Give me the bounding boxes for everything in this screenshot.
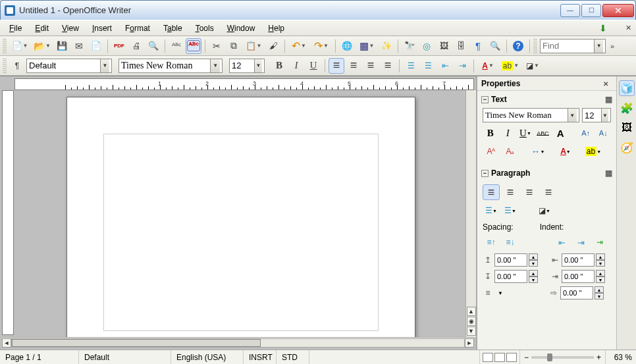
- tab-navigator[interactable]: [619, 140, 635, 155]
- minimize-button[interactable]: [560, 4, 580, 17]
- step-up[interactable]: ▲: [595, 286, 604, 293]
- number-list-button[interactable]: [403, 58, 419, 74]
- align-center-button[interactable]: [346, 58, 361, 74]
- dropdown-button[interactable]: ▼: [601, 109, 608, 122]
- horizontal-scrollbar[interactable]: ◄ ►: [2, 337, 474, 348]
- status-page[interactable]: Page 1 / 1: [0, 350, 79, 364]
- increase-font-button[interactable]: [578, 125, 594, 141]
- cut-button[interactable]: [209, 38, 225, 54]
- increase-indent-button[interactable]: [572, 234, 589, 250]
- zoom-button[interactable]: [487, 38, 503, 54]
- spacing-below-input[interactable]: [494, 270, 527, 283]
- email-button[interactable]: [71, 38, 87, 54]
- increase-spacing-button[interactable]: ≡↑: [483, 234, 500, 250]
- font-color-button[interactable]: ▼: [557, 143, 574, 159]
- find-toolbar-field[interactable]: ▼: [540, 39, 606, 53]
- font-name-select[interactable]: ▼: [119, 59, 223, 73]
- bg-color-button[interactable]: ▼: [536, 203, 553, 219]
- menu-help[interactable]: Help: [263, 22, 290, 35]
- paragraph-style-select[interactable]: ▼: [26, 59, 112, 73]
- line-spacing-field[interactable]: ≡▼: [483, 286, 506, 299]
- align-right-button[interactable]: [363, 58, 379, 74]
- increase-indent-button[interactable]: [454, 58, 470, 74]
- download-icon[interactable]: [598, 23, 608, 34]
- gallery-button[interactable]: [436, 38, 452, 54]
- highlight-button[interactable]: ▼: [500, 58, 521, 74]
- toolbar-grip[interactable]: [3, 39, 7, 53]
- redo-button[interactable]: ▼: [311, 38, 332, 54]
- tab-styles[interactable]: [619, 100, 635, 116]
- menu-tools[interactable]: Tools: [190, 22, 219, 35]
- align-left-button[interactable]: [483, 184, 500, 200]
- scroll-left-button[interactable]: ◄: [2, 338, 11, 348]
- superscript-button[interactable]: [483, 143, 500, 159]
- dropdown-button[interactable]: ▼: [100, 59, 109, 72]
- maximize-button[interactable]: [581, 4, 601, 17]
- undo-button[interactable]: ▼: [288, 38, 309, 54]
- help-button[interactable]: [510, 38, 526, 54]
- save-button[interactable]: [54, 38, 70, 54]
- status-style[interactable]: Default: [79, 350, 171, 364]
- collapse-toggle[interactable]: [481, 170, 489, 177]
- number-list-button[interactable]: ▼: [502, 203, 519, 219]
- table-button[interactable]: ▼: [356, 38, 377, 54]
- next-page-button[interactable]: ▼: [467, 326, 476, 336]
- menu-format[interactable]: Format: [120, 22, 155, 35]
- highlight-button[interactable]: ▼: [585, 143, 602, 159]
- step-up[interactable]: ▲: [529, 253, 538, 260]
- tab-gallery[interactable]: [619, 120, 635, 136]
- align-right-button[interactable]: [521, 184, 538, 200]
- menu-edit[interactable]: Edit: [30, 22, 54, 35]
- font-size-input[interactable]: [232, 61, 254, 70]
- zoom-out-icon[interactable]: −: [524, 353, 529, 362]
- decrease-indent-button[interactable]: [437, 58, 453, 74]
- menu-window[interactable]: Window: [222, 22, 261, 35]
- indent-first-input[interactable]: [560, 286, 593, 299]
- find-dropdown-button[interactable]: ▼: [594, 39, 603, 53]
- underline-button[interactable]: ▼: [517, 125, 533, 141]
- section-more-icon[interactable]: ▦: [605, 169, 612, 178]
- menu-file[interactable]: File: [4, 22, 27, 35]
- decrease-font-button[interactable]: [595, 125, 611, 141]
- indent-first-field[interactable]: ⇨▲▼: [548, 286, 604, 299]
- zoom-track[interactable]: [531, 356, 594, 359]
- datasources-button[interactable]: [453, 38, 469, 54]
- document-area[interactable]: [14, 90, 465, 337]
- hanging-indent-button[interactable]: ⇥: [591, 234, 608, 250]
- align-center-button[interactable]: [502, 184, 519, 200]
- sidebar-font-size-select[interactable]: ▼: [582, 108, 611, 122]
- underline-button[interactable]: [305, 58, 321, 74]
- horizontal-ruler[interactable]: ∟: [14, 78, 474, 90]
- section-more-icon[interactable]: ▦: [605, 95, 612, 104]
- vertical-ruler[interactable]: [2, 90, 14, 335]
- collapse-toggle[interactable]: [481, 96, 489, 103]
- indent-after-input[interactable]: [562, 270, 595, 283]
- sidebar-font-name-input[interactable]: [485, 110, 568, 120]
- single-page-view-button[interactable]: [483, 353, 493, 362]
- new-button[interactable]: ▼: [9, 38, 30, 54]
- menu-view[interactable]: View: [57, 22, 84, 35]
- spacing-above-field[interactable]: ↥▲▼: [483, 253, 538, 267]
- scroll-right-button[interactable]: ►: [465, 338, 474, 348]
- bold-button[interactable]: [483, 125, 498, 141]
- navigation-button[interactable]: ◉: [467, 317, 476, 326]
- indent-after-field[interactable]: ⇥▲▼: [550, 270, 605, 283]
- spacing-below-field[interactable]: ↧▲▼: [483, 270, 538, 283]
- tab-properties[interactable]: [619, 80, 635, 96]
- subscript-button[interactable]: [502, 143, 519, 159]
- step-up[interactable]: ▲: [596, 270, 605, 276]
- shadow-button[interactable]: [552, 125, 568, 141]
- dropdown-button[interactable]: ▼: [568, 109, 577, 122]
- open-button[interactable]: ▼: [32, 38, 53, 54]
- bg-color-button[interactable]: ▼: [522, 58, 543, 74]
- step-down[interactable]: ▼: [529, 276, 538, 283]
- paste-button[interactable]: ▼: [243, 38, 264, 54]
- hyperlink-button[interactable]: [339, 38, 355, 54]
- bullet-list-button[interactable]: [420, 58, 436, 74]
- autospell-button[interactable]: [186, 38, 201, 54]
- spellcheck-button[interactable]: [169, 38, 184, 54]
- copy-button[interactable]: [226, 38, 242, 54]
- sidebar-font-name-select[interactable]: ▼: [483, 108, 579, 122]
- toolbar-grip[interactable]: [3, 59, 7, 73]
- character-spacing-button[interactable]: ▼: [529, 143, 546, 159]
